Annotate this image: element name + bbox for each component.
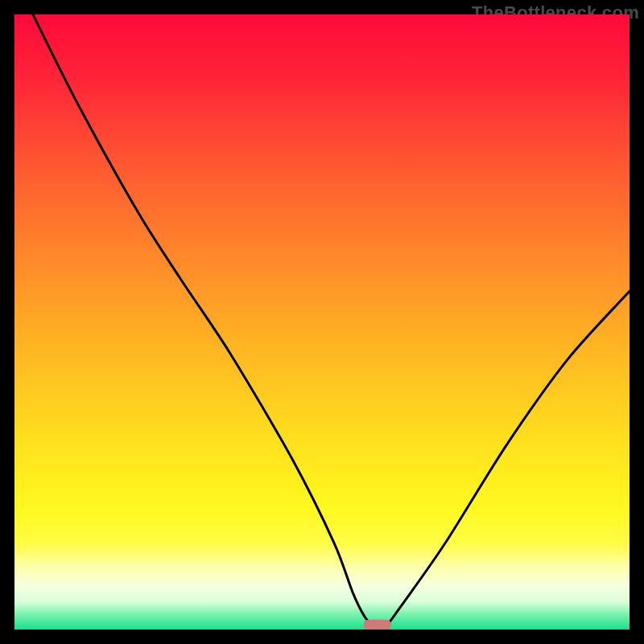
gradient-background <box>14 14 630 630</box>
chart-svg <box>14 14 630 630</box>
plot-area <box>14 14 630 630</box>
chart-frame: TheBottleneck.com <box>0 0 644 644</box>
optimum-marker <box>364 620 391 630</box>
